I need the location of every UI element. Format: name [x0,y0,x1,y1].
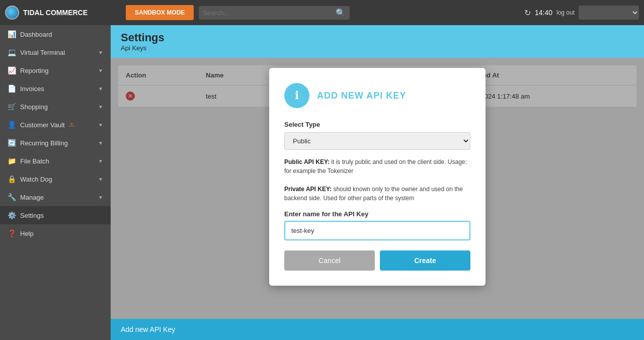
sidebar-item-customer-vault[interactable]: 👤 Customer Vault ⚠ ▼ [0,116,111,134]
page-header: Settings Api Keys [111,25,644,58]
modal-icon: ℹ [284,83,309,108]
bottom-bar: Add new API Key [111,319,644,340]
refresh-icon[interactable]: ↻ [524,8,531,18]
search-area: 🔍 [199,6,350,20]
chevron-icon: ▼ [98,50,103,55]
account-dropdown[interactable] [579,6,639,20]
sidebar-item-recurring-billing[interactable]: 🔄 Recurring Billing ▼ [0,134,111,152]
sidebar-item-label: Dashboard [20,31,52,38]
page-subtitle: Api Keys [121,44,634,52]
search-input[interactable] [203,9,334,17]
sidebar-item-settings[interactable]: ⚙️ Settings [0,206,111,224]
sidebar: 📊 Dashboard 💻 Virtual Terminal ▼ 📈 Repor… [0,25,111,340]
sidebar-item-label: Shopping [20,103,48,111]
sidebar-item-manage[interactable]: 🔧 Manage ▼ [0,188,111,206]
recurring-billing-icon: 🔄 [8,139,16,147]
modal-title: ADD NEW API KEY [317,91,406,101]
cancel-button[interactable]: Cancel [284,250,375,271]
add-api-key-button[interactable]: Add new API Key [121,325,175,333]
top-right: ↻ 14:40 log out [524,6,639,20]
sidebar-item-label: Manage [20,194,44,201]
chevron-icon: ▼ [98,122,103,128]
main-layout: 📊 Dashboard 💻 Virtual Terminal ▼ 📈 Repor… [0,25,644,340]
sidebar-item-label: Invoices [20,85,44,93]
sidebar-item-label: Customer Vault [20,121,65,129]
api-key-name-input[interactable] [284,221,470,240]
watch-dog-icon: 🔒 [8,175,16,183]
sandbox-mode-button[interactable]: SANDBOX MODE [126,5,194,20]
chevron-icon: ▼ [98,177,103,182]
logo-icon [5,6,19,20]
dashboard-icon: 📊 [8,30,16,38]
sidebar-item-file-batch[interactable]: 📁 File Batch ▼ [0,152,111,170]
sidebar-item-label: Recurring Billing [20,139,68,147]
select-type-label: Select Type [284,121,470,128]
chevron-icon: ▼ [98,195,103,200]
sidebar-item-label: Virtual Terminal [20,49,65,56]
sidebar-item-dashboard[interactable]: 📊 Dashboard [0,25,111,43]
private-key-label-bold: Private API KEY: [284,186,332,193]
top-bar: TIDAL COMMERCE SANDBOX MODE 🔍 ↻ 14:40 lo… [0,0,644,25]
add-api-key-modal: ℹ ADD NEW API KEY Select Type Public Pri… [269,68,486,286]
sidebar-item-watch-dog[interactable]: 🔒 Watch Dog ▼ [0,170,111,188]
name-input-label: Enter name for the API Key [284,210,470,218]
api-type-select[interactable]: Public Private [284,132,470,150]
search-icon[interactable]: 🔍 [336,8,346,18]
sidebar-item-label: Help [20,230,34,237]
logout-button[interactable]: log out [556,9,575,16]
modal-buttons: Cancel Create [284,250,470,271]
file-batch-icon: 📁 [8,157,16,165]
key-description: Public API KEY: it is truly public and u… [284,157,470,203]
chevron-icon: ▼ [98,86,103,92]
customer-vault-icon: 👤 [8,121,16,129]
app-name: TIDAL COMMERCE [23,9,88,17]
chevron-icon: ▼ [98,104,103,110]
content-area: Settings Api Keys Action Name API Type A… [111,25,644,340]
sidebar-item-virtual-terminal[interactable]: 💻 Virtual Terminal ▼ [0,43,111,61]
sidebar-item-help[interactable]: ❓ Help [0,224,111,242]
public-key-label-bold: Public API KEY: [284,158,330,165]
reporting-icon: 📈 [8,66,16,74]
shopping-icon: 🛒 [8,103,16,111]
chevron-icon: ▼ [98,140,103,146]
help-icon: ❓ [8,229,16,237]
modal-header: ℹ ADD NEW API KEY [284,83,470,108]
sidebar-item-label: File Batch [20,157,49,165]
page-title: Settings [121,31,634,44]
create-button[interactable]: Create [380,250,470,271]
table-area: Action Name API Type API Key Created At … [111,58,644,319]
sidebar-item-label: Reporting [20,67,48,74]
warning-icon: ⚠ [69,121,74,128]
sidebar-item-shopping[interactable]: 🛒 Shopping ▼ [0,98,111,116]
invoices-icon: 📄 [8,84,16,93]
sidebar-item-label: Watch Dog [20,176,52,183]
modal-overlay: ℹ ADD NEW API KEY Select Type Public Pri… [111,58,644,319]
logo-area: TIDAL COMMERCE [5,6,116,20]
settings-icon: ⚙️ [8,211,16,219]
sidebar-item-invoices[interactable]: 📄 Invoices ▼ [0,79,111,98]
sidebar-item-label: Settings [20,212,44,219]
virtual-terminal-icon: 💻 [8,48,16,56]
time-display: 14:40 [535,9,552,17]
manage-icon: 🔧 [8,193,16,201]
chevron-icon: ▼ [98,158,103,164]
chevron-icon: ▼ [98,68,103,73]
sidebar-item-reporting[interactable]: 📈 Reporting ▼ [0,61,111,79]
